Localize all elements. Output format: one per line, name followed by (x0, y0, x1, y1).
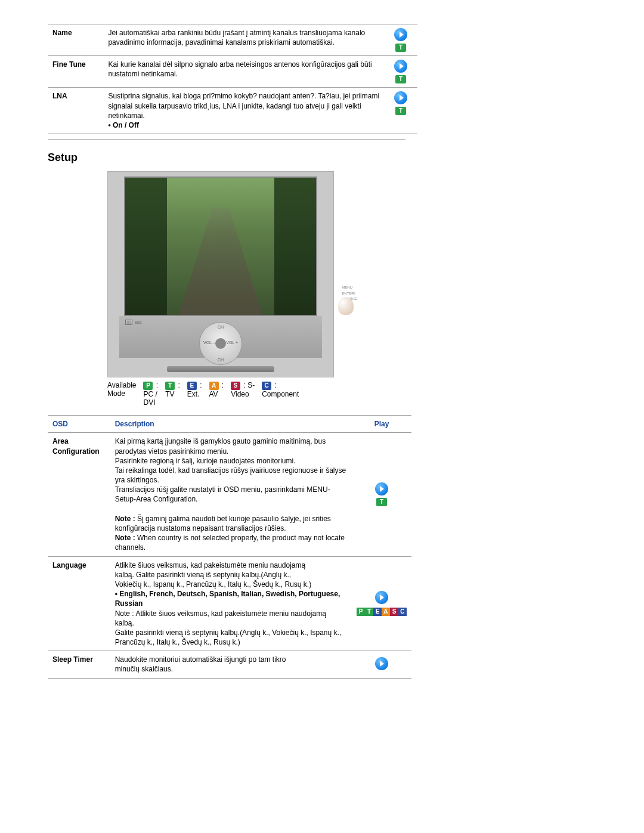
available-mode-legend: Available Mode P : PC / DVI T : TV E : E… (107, 381, 596, 407)
play-icon[interactable] (375, 482, 388, 496)
power-button[interactable] (215, 338, 226, 349)
desc-bold-line: • English, French, Deutsch, Spanish, Ita… (115, 590, 340, 608)
legend-col: A : AV (209, 381, 224, 398)
mode-badge-s: S (231, 382, 240, 390)
legend-lead: Available Mode (107, 381, 136, 398)
legend-col: C : Component (262, 381, 299, 398)
channel-down-label: CH (200, 358, 242, 362)
volume-up-label: VOL + (226, 340, 238, 345)
legend-suffix: : S- (242, 381, 255, 389)
desc-line: Atlikite šiuos veiksmus, kad pakeistumėt… (115, 561, 306, 569)
mode-t-badge: T (376, 498, 387, 506)
row-icons: T (384, 56, 417, 88)
volume-down-label: VOL – (203, 340, 215, 345)
desc-line: Tai reikalinga todėl, kad transliacijos … (115, 466, 346, 484)
note-label: Note : (115, 534, 135, 542)
table-row: Language Atlikite šiuos veiksmus, kad pa… (48, 556, 411, 651)
row-icons: T (352, 433, 411, 556)
logo-row: ▯▯ BBE (125, 320, 142, 325)
note-text: Šį gaminį galima naudoti bet kurioje pas… (115, 515, 331, 532)
mode-p-icon: P (357, 608, 365, 616)
play-icon[interactable] (394, 91, 407, 104)
table-row: Area Configuration Kai pirmą kartą įjung… (48, 433, 411, 556)
mode-badge-p: P (143, 382, 153, 390)
row-icons (352, 651, 411, 678)
legend-suffix: : (154, 381, 158, 389)
channel-options-table: Name Jei automatiškai arba rankiniu būdu… (48, 24, 417, 134)
legend-suffix: : (273, 381, 277, 389)
setup-table: OSD Description Play Area Configuration … (48, 415, 411, 679)
row-icons: P T E A S C (352, 556, 411, 651)
mode-e-icon: E (373, 608, 382, 616)
row-icons: T (384, 24, 417, 56)
tv-frame: ▯▯ BBE CH VOL – VOL + CH MENU ENTER/ SOU… (107, 171, 334, 377)
tv-chin: ▯▯ BBE CH VOL – VOL + CH (119, 316, 322, 358)
legend-line: Video (231, 390, 249, 398)
play-icon[interactable] (375, 657, 388, 670)
tv-stand (167, 366, 274, 372)
desc-line: Naudokite monitoriui automatiškai išjung… (115, 655, 286, 664)
divider (48, 139, 405, 140)
legend-suffix: : (176, 381, 180, 389)
section-title-setup: Setup (48, 151, 596, 164)
row-desc-text: Sustiprina signalus, kai bloga pri?mimo … (108, 92, 379, 119)
legend-suffix: : (198, 381, 202, 389)
row-desc: Naudokite monitoriui automatiškai išjung… (110, 651, 352, 678)
legend-line: Ext. (187, 390, 200, 398)
legend-col: E : Ext. (187, 381, 202, 398)
legend-line: AV (209, 390, 218, 398)
desc-line: kalbą. Galite pasirinkti vieną iš septyn… (115, 571, 291, 579)
side-label: ENTER/ (342, 291, 357, 297)
row-label: Language (48, 556, 110, 651)
mode-s-icon: S (390, 608, 398, 616)
mode-t-badge: T (395, 75, 406, 83)
desc-line: Note : Atlikite šiuos veiksmus, kad pake… (115, 609, 326, 627)
mode-t-badge: T (395, 107, 406, 115)
table-row: Fine Tune Kai kurie kanalai dėl silpno s… (48, 56, 417, 88)
channel-up-label: CH (200, 325, 242, 329)
mode-a-icon: A (382, 608, 390, 616)
note-label: Note : (115, 515, 135, 523)
note-text: When country is not selected properly, t… (115, 534, 345, 552)
legend-col: P : PC / DVI (143, 381, 158, 407)
mode-c-icon: C (398, 608, 407, 616)
mode-badge-c: C (262, 382, 271, 390)
table-row: Name Jei automatiškai arba rankiniu būdu… (48, 24, 417, 56)
tv-screen (124, 176, 317, 316)
bbe-logo: BBE (135, 321, 142, 324)
play-icon[interactable] (394, 28, 407, 41)
legend-line: Component (262, 390, 299, 398)
row-label: Sleep Timer (48, 651, 110, 678)
hand-pointer-icon (338, 297, 354, 315)
row-label: LNA (48, 88, 103, 134)
row-desc: Kai pirmą kartą įjungsite iš gamyklos ga… (110, 433, 352, 556)
row-extra: • On / Off (108, 121, 139, 129)
header-description: Description (110, 416, 352, 433)
control-wheel[interactable]: CH VOL – VOL + CH (199, 322, 242, 365)
mode-badge-a: A (209, 382, 219, 390)
side-label: MENU (342, 285, 357, 291)
desc-line: minučių skaičiaus. (115, 665, 173, 673)
mode-t-icon: T (365, 608, 373, 616)
table-row: Sleep Timer Naudokite monitoriui automat… (48, 651, 411, 678)
legend-col: T : TV (165, 381, 180, 398)
play-icon[interactable] (394, 60, 407, 73)
play-icon[interactable] (375, 591, 388, 604)
tv-monitor-illustration: ▯▯ BBE CH VOL – VOL + CH MENU ENTER/ SOU… (107, 171, 334, 377)
desc-line: Prancūzų k., Italų k., Švedų k., Rusų k.… (115, 638, 240, 646)
legend-suffix: : (220, 381, 224, 389)
desc-line: Kai pirmą kartą įjungsite iš gamyklos ga… (115, 437, 326, 455)
mode-t-badge: T (395, 44, 406, 52)
mode-badge-e: E (187, 382, 197, 390)
row-desc: Sustiprina signalus, kai bloga pri?mimo … (103, 88, 384, 134)
row-desc: Kai kurie kanalai dėl silpno signalo arb… (103, 56, 384, 88)
desc-line: Pasirinkite regioną ir šalį, kurioje nau… (115, 457, 296, 465)
legend-lead-2: Mode (107, 389, 125, 398)
header-osd: OSD (48, 416, 110, 433)
mode-badge-t: T (165, 382, 175, 390)
legend-line: PC / (143, 390, 157, 398)
row-label: Fine Tune (48, 56, 103, 88)
row-label: Name (48, 24, 103, 56)
legend-line: TV (165, 390, 174, 398)
header-play: Play (352, 416, 411, 433)
